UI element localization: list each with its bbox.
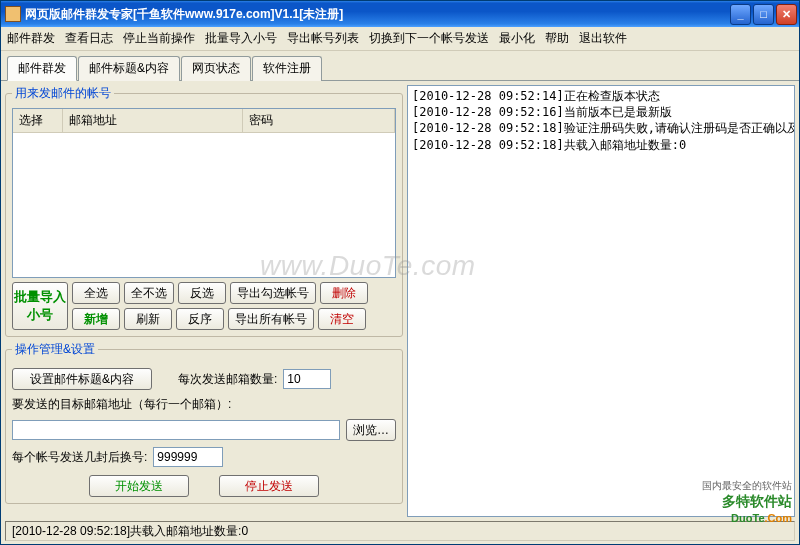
select-none-button[interactable]: 全不选 <box>124 282 174 304</box>
menu-exit[interactable]: 退出软件 <box>579 30 627 47</box>
log-panel[interactable]: [2010-12-28 09:52:14]正在检查版本状态 [2010-12-2… <box>407 85 795 517</box>
menubar: 邮件群发 查看日志 停止当前操作 批量导入小号 导出帐号列表 切换到下一个帐号发… <box>1 27 799 51</box>
menu-mail-send[interactable]: 邮件群发 <box>7 30 55 47</box>
maximize-button[interactable]: □ <box>753 4 774 25</box>
col-email[interactable]: 邮箱地址 <box>63 109 243 132</box>
stop-send-button[interactable]: 停止发送 <box>219 475 319 497</box>
tab-strip: 邮件群发 邮件标题&内容 网页状态 软件注册 <box>1 51 799 81</box>
batch-count-input[interactable] <box>283 369 331 389</box>
tab-register[interactable]: 软件注册 <box>252 56 322 81</box>
target-emails-input[interactable] <box>12 420 340 440</box>
menu-help[interactable]: 帮助 <box>545 30 569 47</box>
accounts-buttons: 批量导入小号 全选 全不选 反选 导出勾选帐号 删除 新增 刷新 反序 <box>12 282 396 330</box>
select-all-button[interactable]: 全选 <box>72 282 120 304</box>
tab-mail-send[interactable]: 邮件群发 <box>7 56 77 81</box>
log-line: [2010-12-28 09:52:18]共载入邮箱地址数量:0 <box>412 137 790 153</box>
status-text: [2010-12-28 09:52:18]共载入邮箱地址数量:0 <box>12 523 248 540</box>
menu-export-accounts[interactable]: 导出帐号列表 <box>287 30 359 47</box>
invert-select-button[interactable]: 反选 <box>178 282 226 304</box>
switch-count-label: 每个帐号发送几封后换号: <box>12 449 147 466</box>
menu-stop-current[interactable]: 停止当前操作 <box>123 30 195 47</box>
window-controls: _ □ ✕ <box>730 4 797 25</box>
accounts-legend: 用来发邮件的帐号 <box>12 85 114 102</box>
log-line: [2010-12-28 09:52:18]验证注册码失败,请确认注册码是否正确以… <box>412 120 790 136</box>
refresh-button[interactable]: 刷新 <box>124 308 172 330</box>
content-area: 用来发邮件的帐号 选择 邮箱地址 密码 批量导入小号 全选 全不选 反选 <box>1 81 799 521</box>
log-line: [2010-12-28 09:52:16]当前版本已是最新版 <box>412 104 790 120</box>
settings-legend: 操作管理&设置 <box>12 341 98 358</box>
col-select[interactable]: 选择 <box>13 109 63 132</box>
close-button[interactable]: ✕ <box>776 4 797 25</box>
menu-minimize[interactable]: 最小化 <box>499 30 535 47</box>
set-title-content-button[interactable]: 设置邮件标题&内容 <box>12 368 152 390</box>
add-button[interactable]: 新增 <box>72 308 120 330</box>
export-checked-button[interactable]: 导出勾选帐号 <box>230 282 316 304</box>
target-emails-label: 要发送的目标邮箱地址（每行一个邮箱）: <box>12 396 231 413</box>
reverse-button[interactable]: 反序 <box>176 308 224 330</box>
minimize-button[interactable]: _ <box>730 4 751 25</box>
clear-button[interactable]: 清空 <box>318 308 366 330</box>
delete-button[interactable]: 删除 <box>320 282 368 304</box>
table-header: 选择 邮箱地址 密码 <box>13 109 395 133</box>
window-title: 网页版邮件群发专家[千鱼软件www.917e.com]V1.1[未注册] <box>25 6 730 23</box>
browse-button[interactable]: 浏览… <box>346 419 396 441</box>
statusbar: [2010-12-28 09:52:18]共载入邮箱地址数量:0 <box>5 521 795 541</box>
col-password[interactable]: 密码 <box>243 109 395 132</box>
batch-count-label: 每次发送邮箱数量: <box>178 371 277 388</box>
app-icon <box>5 6 21 22</box>
start-send-button[interactable]: 开始发送 <box>89 475 189 497</box>
switch-count-input[interactable] <box>153 447 223 467</box>
log-line: [2010-12-28 09:52:14]正在检查版本状态 <box>412 88 790 104</box>
menu-next-account[interactable]: 切换到下一个帐号发送 <box>369 30 489 47</box>
tab-web-status[interactable]: 网页状态 <box>181 56 251 81</box>
tab-title-content[interactable]: 邮件标题&内容 <box>78 56 180 81</box>
menu-view-log[interactable]: 查看日志 <box>65 30 113 47</box>
left-column: 用来发邮件的帐号 选择 邮箱地址 密码 批量导入小号 全选 全不选 反选 <box>5 85 403 517</box>
titlebar[interactable]: 网页版邮件群发专家[千鱼软件www.917e.com]V1.1[未注册] _ □… <box>1 1 799 27</box>
accounts-table[interactable]: 选择 邮箱地址 密码 <box>12 108 396 278</box>
menu-bulk-import[interactable]: 批量导入小号 <box>205 30 277 47</box>
bulk-import-button[interactable]: 批量导入小号 <box>12 282 68 330</box>
app-window: 网页版邮件群发专家[千鱼软件www.917e.com]V1.1[未注册] _ □… <box>0 0 800 545</box>
settings-group: 操作管理&设置 设置邮件标题&内容 每次发送邮箱数量: 要发送的目标邮箱地址（每… <box>5 341 403 504</box>
export-all-button[interactable]: 导出所有帐号 <box>228 308 314 330</box>
accounts-group: 用来发邮件的帐号 选择 邮箱地址 密码 批量导入小号 全选 全不选 反选 <box>5 85 403 337</box>
